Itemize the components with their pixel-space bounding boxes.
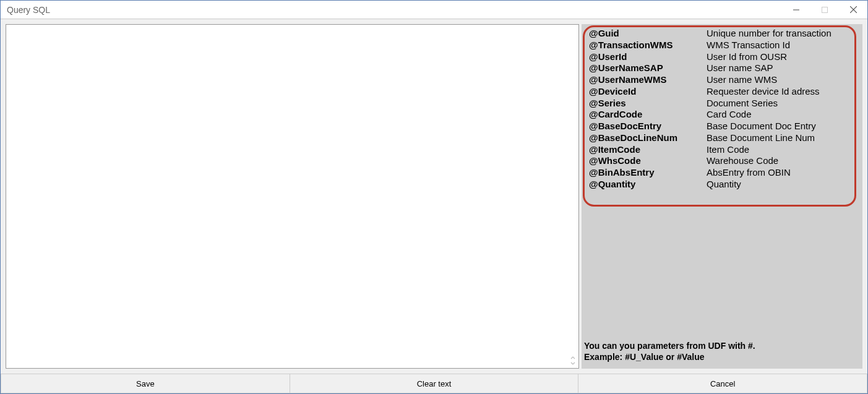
window-title: Query SQL — [7, 5, 782, 15]
param-desc: Quantity — [707, 179, 741, 191]
param-key: @BaseDocEntry — [589, 121, 707, 132]
param-key: @UserNameSAP — [589, 62, 707, 74]
param-row: @ItemCodeItem Code — [589, 144, 855, 156]
param-row: @WhsCodeWarehouse Code — [589, 155, 855, 167]
svg-rect-1 — [822, 7, 828, 12]
param-desc: Warehouse Code — [707, 155, 778, 167]
query-textarea[interactable] — [6, 25, 578, 368]
param-key: @UserId — [589, 51, 707, 63]
param-desc: WMS Transaction Id — [707, 40, 790, 51]
param-key: @BaseDocLineNum — [589, 132, 707, 144]
param-desc: Base Document Doc Entry — [707, 121, 816, 132]
param-row: @UserIdUser Id from OUSR — [589, 51, 855, 63]
param-desc: Document Series — [707, 98, 778, 109]
param-row: @GuidUnique number for transaction — [589, 28, 855, 40]
param-row: @BaseDocLineNumBase Document Line Num — [589, 132, 855, 144]
close-button[interactable] — [839, 1, 867, 19]
param-row: @DeviceIdRequester device Id adress — [589, 86, 855, 98]
maximize-button — [810, 1, 839, 19]
param-desc: User name WMS — [707, 74, 777, 86]
minimize-button[interactable] — [782, 1, 810, 19]
param-key: @ItemCode — [589, 144, 707, 156]
param-key: @TransactionWMS — [589, 40, 707, 51]
param-row: @UserNameSAPUser name SAP — [589, 62, 855, 74]
param-row: @QuantityQuantity — [589, 179, 855, 191]
params-pane: @GuidUnique number for transaction@Trans… — [582, 24, 862, 369]
bottom-bar: Save Clear text Cancel — [1, 374, 867, 393]
param-row: @BaseDocEntryBase Document Doc Entry — [589, 121, 855, 132]
param-key: @BinAbsEntry — [589, 167, 707, 179]
udf-hint-line1: You can you parameters from UDF with #. — [584, 341, 862, 352]
window-controls — [782, 1, 867, 19]
param-row: @SeriesDocument Series — [589, 98, 855, 109]
param-desc: User name SAP — [707, 62, 773, 74]
param-desc: AbsEntry from OBIN — [707, 167, 791, 179]
param-desc: Item Code — [707, 144, 749, 156]
param-key: @Series — [589, 98, 707, 109]
udf-hint-line2: Example: #U_Value or #Value — [584, 352, 862, 363]
param-key: @DeviceId — [589, 86, 707, 98]
query-pane — [6, 24, 579, 369]
param-desc: User Id from OUSR — [707, 51, 787, 63]
clear-button[interactable]: Clear text — [290, 374, 579, 393]
param-key: @CardCode — [589, 109, 707, 121]
param-row: @BinAbsEntryAbsEntry from OBIN — [589, 167, 855, 179]
titlebar: Query SQL — [1, 1, 867, 19]
param-desc: Unique number for transaction — [707, 28, 831, 40]
param-row: @UserNameWMSUser name WMS — [589, 74, 855, 86]
content-area: @GuidUnique number for transaction@Trans… — [1, 19, 867, 374]
params-list: @GuidUnique number for transaction@Trans… — [582, 24, 862, 191]
param-row: @CardCodeCard Code — [589, 109, 855, 121]
param-desc: Base Document Line Num — [707, 132, 815, 144]
param-desc: Requester device Id adress — [707, 86, 820, 98]
param-row: @TransactionWMSWMS Transaction Id — [589, 40, 855, 51]
udf-hint: You can you parameters from UDF with #. … — [582, 341, 862, 369]
save-button[interactable]: Save — [1, 374, 290, 393]
param-key: @UserNameWMS — [589, 74, 707, 86]
cancel-button[interactable]: Cancel — [578, 374, 867, 393]
param-key: @WhsCode — [589, 155, 707, 167]
param-key: @Guid — [589, 28, 707, 40]
param-desc: Card Code — [707, 109, 752, 121]
param-key: @Quantity — [589, 179, 707, 191]
